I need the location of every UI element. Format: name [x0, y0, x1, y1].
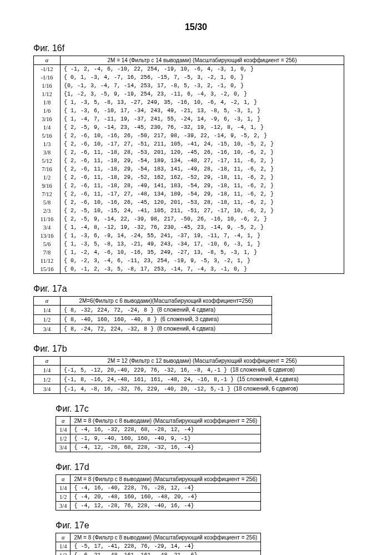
fig17b-label: Фиг. 17b	[33, 344, 359, 354]
table-row: 5/16{ 2, -6, 10, -16, 26, -50, 217, 98, …	[34, 132, 344, 140]
alpha-cell: 3/4	[34, 223, 61, 232]
alpha-cell: 3/4	[34, 324, 61, 334]
fig17e-label: Фиг. 17e	[56, 521, 359, 531]
coef-cell: { 0, -1, 2, -3, 5, -8, 17, 253, -14, 7, …	[61, 265, 344, 274]
alpha-cell: 7/8	[34, 248, 61, 257]
coef-cell: {1, -2, 3, -5, 9, -19, 254, 23, -11, 6, …	[61, 90, 344, 98]
table-row: 1/16{0, -1, 3, -4, 7, -14, 253, 17, -8, …	[34, 82, 344, 90]
table-row: 13/16{ 1, -3, 6, -9, 14, -24, 55, 241, -…	[34, 232, 344, 240]
coef-cell: { 1, -3, 5, -8, 13, -27, 249, 35, -16, 1…	[61, 98, 344, 107]
alpha-cell: 1/4	[34, 306, 61, 315]
coef-cell: { 2, -6, 11, -18, 28, -53, 201, 120, -45…	[61, 148, 344, 157]
coef-cell: { 2, -6, 11, -18, 29, -52, 162, 162, -52…	[61, 173, 344, 182]
alpha-header: α	[56, 533, 71, 542]
table-row: 1/4{-1, 5, -12, 20,-40, 229, 76, -32, 16…	[34, 366, 344, 375]
table-row: 7/8{ 1, -2, 4, -6, 10, -16, 35, 249, -27…	[34, 248, 344, 257]
coef-cell: { -1, 2, -4, 6, -10, 22, 254, -19, 10, -…	[61, 65, 344, 74]
coef-header: 2М = 14 (Фильтр с 14 выводами) (Масштаби…	[61, 56, 344, 65]
table-row: 3/4{ -4, 12, -28, 68, 228, -32, 16, -4}	[56, 443, 261, 452]
note: (18 сложений, 6 сдвигов)	[234, 386, 298, 392]
alpha-cell: 5/12	[34, 157, 61, 165]
fig17e-table: α 2М = 8 (Фильтр с 8 выводами) (Масштаби…	[56, 533, 261, 555]
coef-cell: { 0, -2, 3, -4, 6, -11, 23, 254, -19, 9,…	[61, 257, 344, 265]
coef-cell: { 2, -6, 11, -18, 29, -54, 183, 141, -49…	[61, 165, 344, 173]
alpha-cell: 1/2	[34, 315, 61, 324]
table-row: 1/4{ 2, -5, 9, -14, 23, -45, 230, 76, -3…	[34, 123, 344, 132]
alpha-cell: 3/4	[56, 502, 71, 511]
alpha-cell: 9/16	[34, 182, 61, 190]
table-row: 1/3{ 2, -6, 10, -17, 27, -51, 211, 105, …	[34, 140, 344, 148]
fig17d-table: α 2М = 8 (Фильтр с 8 выводами) (Масштаби…	[56, 474, 261, 511]
note: (15 сложений, 4 сдвига)	[237, 376, 299, 382]
fig17a-label: Фиг. 17a	[33, 284, 359, 294]
coef-cell: { 0, 1, -3, 4, -7, 16, 256, -15, 7, -5, …	[61, 73, 344, 82]
coef-header: 2М = 8 (Фильтр с 8 выводами) (Масштабиру…	[71, 533, 261, 542]
fig16f-label: Фиг. 16f	[33, 43, 359, 53]
alpha-cell: 5/16	[34, 132, 61, 140]
fig17c-label: Фиг. 17c	[56, 404, 359, 414]
alpha-cell: -1/12	[34, 65, 61, 74]
table-row: 1/6{ 1, -3, 6, -10, 17, -34, 243, 49, -2…	[34, 107, 344, 115]
coef-cell: { 2, -6, 10, -16, 26, -45, 120, 201, -53…	[61, 198, 344, 207]
alpha-cell: 1/2	[56, 434, 71, 443]
alpha-cell: 1/4	[56, 484, 71, 493]
table-row: 1/4{ -5, 17, -41, 228, 76, -29, 14, -4}	[56, 542, 261, 551]
table-row: 2/3{ 2, -5, 10, -15, 24, -41, 105, 211, …	[34, 207, 344, 215]
coef-cell: { -6, 21, -48, 161, 161, -48, 21, -6}	[71, 551, 261, 556]
table-row: 1/4{ -4, 16, -32, 228, 68, -28, 12, -4}	[56, 426, 261, 434]
coef-cell: { 2, -6, 10, -17, 27, -51, 211, 105, -41…	[61, 140, 344, 148]
coef-cell: {0, -1, 3, -4, 7, -14, 253, 17, -8, 5, -…	[61, 82, 344, 90]
table-row: 5/8{ 2, -6, 10, -16, 26, -45, 120, 201, …	[34, 198, 344, 207]
note: (8 сложений, 4 сдвига)	[157, 326, 215, 332]
table-row: 1/2{ -1, 9, -40, 160, 160, -40, 9, -1}	[56, 434, 261, 443]
coef-cell: { -1, 9, -40, 160, 160, -40, 9, -1}	[71, 434, 261, 443]
alpha-cell: 1/6	[34, 107, 61, 115]
alpha-cell: 1/4	[56, 542, 71, 551]
alpha-cell: 13/16	[34, 232, 61, 240]
alpha-header: α	[34, 297, 61, 306]
fig16f-table: α 2М = 14 (Фильтр с 14 выводами) (Масшта…	[33, 56, 344, 274]
table-row: 3/4{ -4, 12, -28, 76, 228, -40, 16, -4}	[56, 502, 261, 511]
coef-cell: {-1, 4, -8, 16, -32, 76, 229, -40, 20, -…	[61, 384, 344, 394]
alpha-cell: 3/4	[34, 384, 61, 394]
table-row: 15/16{ 0, -1, 2, -3, 5, -8, 17, 253, -14…	[34, 265, 344, 274]
coef-cell: { 1, -3, 6, -10, 17, -34, 243, 49, -21, …	[61, 107, 344, 115]
table-row: 5/12{ 2, -6, 11, -18, 29, -54, 189, 134,…	[34, 157, 344, 165]
alpha-cell: 7/16	[34, 165, 61, 173]
coef-cell: { -4, 12, -28, 68, 228, -32, 16, -4}	[71, 443, 261, 452]
table-row: 3/4{-1, 4, -8, 16, -32, 76, 229, -40, 20…	[34, 384, 344, 394]
table-row: 5/6{ 1, -3, 5, -8, 13, -21, 49, 243, -34…	[34, 240, 344, 248]
table-row: 9/16{ 2, -6, 11, -18, 28, -49, 141, 183,…	[34, 182, 344, 190]
coef-cell: { 1, -4, 7, -11, 19, -37, 241, 55, -24, …	[61, 115, 344, 123]
table-row: 1/12{1, -2, 3, -5, 9, -19, 254, 23, -11,…	[34, 90, 344, 98]
alpha-cell: 1/16	[34, 82, 61, 90]
alpha-header: α	[56, 417, 71, 426]
coef-cell: { 2, -6, 11, -18, 28, -49, 141, 183, -54…	[61, 182, 344, 190]
coef-cell: { 8, -24, 72, 224, -32, 8 } (8 сложений,…	[61, 324, 272, 334]
alpha-cell: 15/16	[34, 265, 61, 274]
table-row: 1/2{ 8, -40, 160, 160, -40, 8 } (6 сложе…	[34, 315, 272, 324]
coef-cell: { 2, -6, 11, -18, 29, -54, 189, 134, -48…	[61, 157, 344, 165]
alpha-cell: 1/8	[34, 98, 61, 107]
coef-cell: { 1, -3, 5, -8, 13, -21, 49, 243, -34, 1…	[61, 240, 344, 248]
table-row: -1/12{ -1, 2, -4, 6, -10, 22, 254, -19, …	[34, 65, 344, 74]
fig17a-table: α 2М=6(Фильтр с 6 выводами)(Масштабирующ…	[33, 296, 272, 334]
alpha-cell: 7/12	[34, 190, 61, 198]
coef-cell: { -4, 12, -28, 76, 228, -40, 16, -4}	[71, 502, 261, 511]
alpha-header: α	[34, 357, 61, 366]
alpha-cell: 1/4	[34, 366, 61, 375]
coef-cell: { 1, -2, 4, -6, 10, -16, 35, 249, -27, 1…	[61, 248, 344, 257]
table-row: 11/12{ 0, -2, 3, -4, 6, -11, 23, 254, -1…	[34, 257, 344, 265]
alpha-cell: 1/2	[34, 375, 61, 384]
alpha-cell: 11/12	[34, 257, 61, 265]
coef-header: 2М=6(Фильтр с 6 выводами)(Масштабирующий…	[61, 297, 272, 306]
note: (8 сложений, 4 сдвига)	[157, 307, 215, 313]
coef-cell: { 2, -5, 9, -14, 22, -39, 98, 217, -50, …	[61, 215, 344, 223]
coef-cell: { 8, -40, 160, 160, -40, 8 } (6 сложений…	[61, 315, 272, 324]
coef-cell: { 2, -6, 10, -16, 26, -50, 217, 98, -39,…	[61, 132, 344, 140]
coef-cell: { -4, 16, -32, 228, 68, -28, 12, -4}	[71, 426, 261, 434]
alpha-cell: 1/4	[34, 123, 61, 132]
alpha-cell: 1/3	[34, 140, 61, 148]
table-row: 1/4{ 8, -32, 224, 72, -24, 8 } (8 сложен…	[34, 306, 272, 315]
alpha-cell: 1/2	[56, 493, 71, 502]
